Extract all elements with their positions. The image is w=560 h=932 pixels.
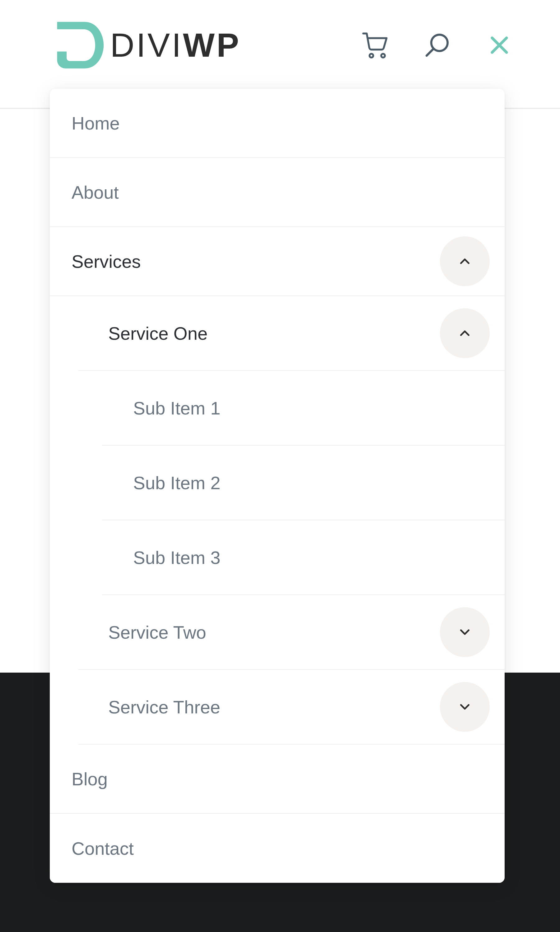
menu-item-blog[interactable]: Blog bbox=[50, 745, 505, 814]
header-actions bbox=[361, 31, 513, 59]
menu-label-blog: Blog bbox=[72, 768, 108, 789]
chevron-up-icon[interactable] bbox=[440, 236, 490, 286]
chevron-down-icon[interactable] bbox=[440, 607, 490, 657]
svg-line-3 bbox=[426, 49, 434, 56]
cart-icon[interactable] bbox=[361, 31, 389, 59]
menu-item-sub-1[interactable]: Sub Item 1 bbox=[102, 371, 505, 446]
menu-item-service-three[interactable]: Service Three bbox=[78, 670, 505, 745]
menu-label-service-three: Service Three bbox=[108, 697, 220, 718]
menu-label-contact: Contact bbox=[72, 838, 134, 859]
subsub-service-one: Sub Item 1 Sub Item 2 Sub Item 3 bbox=[78, 371, 505, 595]
brand-text-plain: DIVI bbox=[110, 26, 183, 64]
brand-text-bold: WP bbox=[183, 26, 241, 64]
svg-point-0 bbox=[369, 54, 373, 58]
menu-item-service-two[interactable]: Service Two bbox=[78, 595, 505, 670]
menu-item-home[interactable]: Home bbox=[50, 89, 505, 158]
brand-logo[interactable]: DIVIWP bbox=[50, 19, 241, 72]
submenu-services: Service One Sub Item 1 Sub Item 2 Sub It… bbox=[50, 296, 505, 745]
menu-label-sub-2: Sub Item 2 bbox=[133, 472, 220, 493]
menu-item-services[interactable]: Services bbox=[50, 227, 505, 296]
site-header: DIVIWP bbox=[0, 0, 560, 84]
menu-label-about: About bbox=[72, 182, 119, 203]
mobile-menu-panel: Home About Services Service One Sub Item… bbox=[50, 89, 505, 883]
menu-label-service-one: Service One bbox=[108, 323, 208, 344]
menu-item-about[interactable]: About bbox=[50, 158, 505, 227]
menu-label-services: Services bbox=[72, 251, 141, 272]
svg-point-1 bbox=[381, 54, 385, 58]
menu-label-home: Home bbox=[72, 113, 120, 134]
chevron-down-icon[interactable] bbox=[440, 682, 490, 732]
brand-mark-icon bbox=[50, 19, 109, 72]
chevron-up-icon[interactable] bbox=[440, 308, 490, 358]
menu-item-contact[interactable]: Contact bbox=[50, 814, 505, 883]
menu-item-sub-2[interactable]: Sub Item 2 bbox=[102, 446, 505, 520]
menu-label-service-two: Service Two bbox=[108, 622, 206, 643]
menu-label-sub-1: Sub Item 1 bbox=[133, 398, 220, 418]
close-icon[interactable] bbox=[485, 31, 513, 59]
search-icon[interactable] bbox=[423, 31, 451, 59]
brand-text: DIVIWP bbox=[110, 28, 241, 62]
menu-item-service-one[interactable]: Service One bbox=[78, 296, 505, 371]
menu-label-sub-3: Sub Item 3 bbox=[133, 547, 220, 568]
menu-item-sub-3[interactable]: Sub Item 3 bbox=[102, 520, 505, 595]
